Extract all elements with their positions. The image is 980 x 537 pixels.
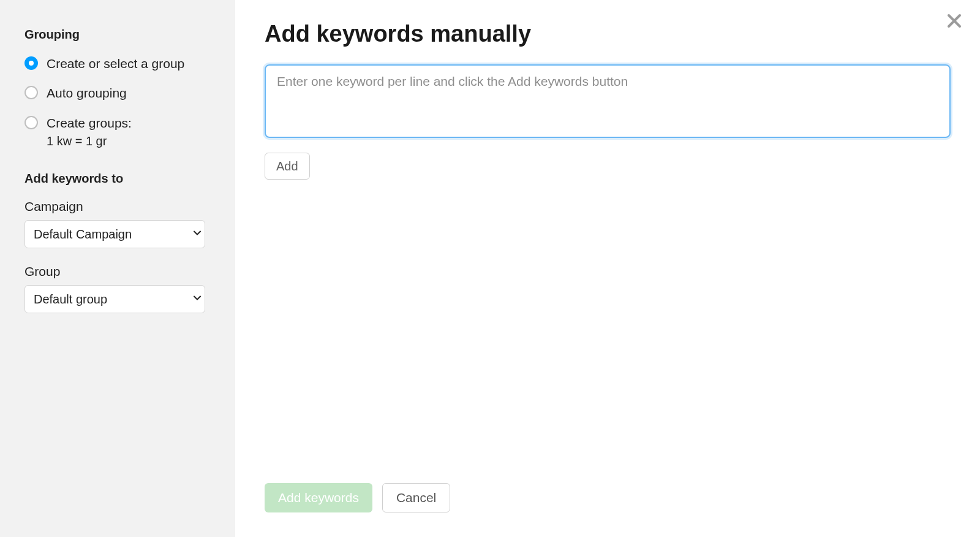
dialog-footer: Add keywords Cancel: [265, 459, 951, 512]
cancel-button[interactable]: Cancel: [382, 483, 450, 512]
page-title: Add keywords manually: [265, 21, 951, 47]
radio-icon: [24, 116, 38, 129]
close-icon: [946, 21, 963, 31]
radio-label-line1: Create groups:: [47, 116, 132, 130]
add-keywords-to-heading: Add keywords to: [24, 172, 211, 186]
main-panel: Add keywords manually Add Add keywords C…: [235, 0, 980, 537]
add-button[interactable]: Add: [265, 153, 310, 180]
radio-label: Create or select a group: [47, 55, 184, 72]
radio-create-groups-1kw1gr[interactable]: Create groups: 1 kw = 1 gr: [24, 115, 211, 150]
campaign-select[interactable]: Default Campaign: [24, 220, 211, 248]
radio-label: Auto grouping: [47, 85, 127, 102]
grouping-radio-list: Create or select a group Auto grouping C…: [24, 55, 211, 150]
radio-auto-grouping[interactable]: Auto grouping: [24, 85, 211, 102]
radio-label-line2: 1 kw = 1 gr: [47, 133, 132, 150]
campaign-select-value: Default Campaign: [24, 220, 205, 248]
radio-icon: [24, 86, 38, 99]
radio-icon: [24, 56, 38, 70]
campaign-label: Campaign: [24, 199, 211, 214]
group-label: Group: [24, 264, 211, 279]
group-select[interactable]: Default group: [24, 285, 211, 313]
radio-label: Create groups: 1 kw = 1 gr: [47, 115, 132, 150]
group-select-value: Default group: [24, 285, 205, 313]
keywords-input[interactable]: [265, 64, 951, 138]
sidebar: Grouping Create or select a group Auto g…: [0, 0, 235, 537]
radio-create-select-group[interactable]: Create or select a group: [24, 55, 211, 72]
add-keywords-button[interactable]: Add keywords: [265, 483, 372, 512]
grouping-heading: Grouping: [24, 28, 211, 42]
close-button[interactable]: [942, 9, 967, 36]
